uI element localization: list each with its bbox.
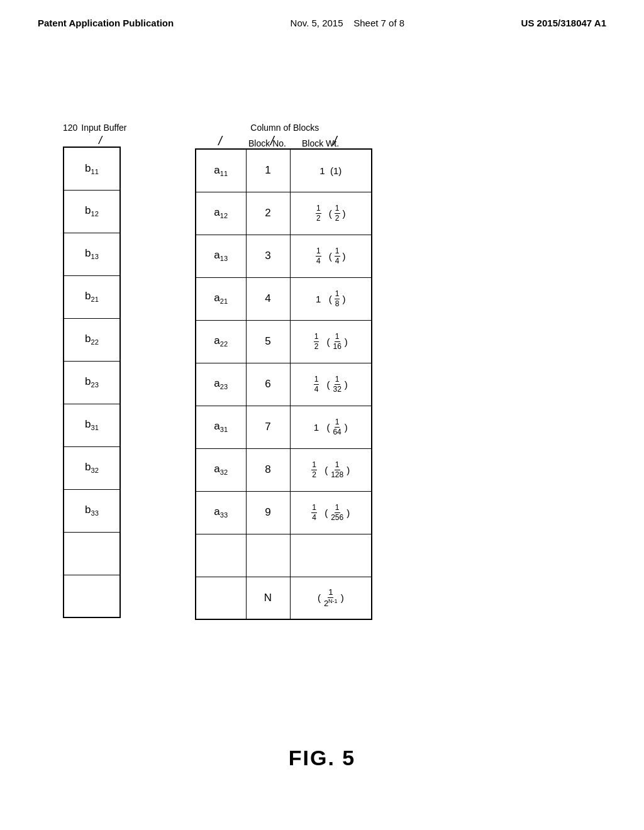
blockno-slash: /: [270, 134, 274, 148]
cell-b31: b31: [64, 404, 120, 446]
cell-wt-5: 12 ( 116 ): [290, 320, 372, 363]
block-no-label: Block No.: [245, 138, 289, 148]
cell-wt-2: 12 ( 12 ): [290, 192, 372, 235]
table-row: b22: [64, 318, 120, 361]
table-row: b31: [64, 404, 120, 446]
cell-blockno-8: 8: [246, 448, 290, 491]
cell-blockno-4: 4: [246, 277, 290, 320]
cell-a11: a11: [196, 149, 246, 192]
cell-blockno-1: 1: [246, 149, 290, 192]
col-blocks-title: Column of Blocks: [195, 123, 375, 133]
cell-a22: a22: [196, 320, 246, 363]
table-row: [64, 532, 120, 575]
cell-wt-9: 14 ( 1256 ): [290, 491, 372, 534]
cell-a-last: [196, 577, 246, 619]
cell-blockno-6: 6: [246, 363, 290, 406]
cell-wt-N: ( 1 2N-1 ): [290, 577, 372, 619]
cell-b22: b22: [64, 318, 120, 361]
cell-b11: b11: [64, 147, 120, 190]
cell-wt-8: 12 ( 1128 ): [290, 448, 372, 491]
cell-empty2: [64, 575, 120, 617]
cell-wt-6: 14 ( 132 ): [290, 363, 372, 406]
header-center: Nov. 5, 2015 Sheet 7 of 8: [291, 18, 405, 28]
cell-b32: b32: [64, 446, 120, 489]
input-buffer-label: 120 Input Buffer: [63, 123, 127, 133]
cell-a13: a13: [196, 235, 246, 277]
table-row: a13 3 14 ( 14 ): [196, 235, 372, 277]
table-row: a32 8 12 ( 1128 ): [196, 448, 372, 491]
table-row: b12: [64, 190, 120, 233]
table-row: [196, 534, 372, 577]
cell-empty-a: [196, 534, 246, 577]
table-row: b33: [64, 489, 120, 532]
table-row: a31 7 1 ( 164 ): [196, 406, 372, 448]
cell-b12: b12: [64, 190, 120, 233]
cell-blockno-2: 2: [246, 192, 290, 235]
page-header: Patent Application Publication Nov. 5, 2…: [0, 0, 644, 35]
ref-number: 120: [63, 123, 77, 133]
cell-a32: a32: [196, 448, 246, 491]
header-left: Patent Application Publication: [38, 18, 174, 28]
cell-a21: a21: [196, 277, 246, 320]
blocks-table: a11 1 1 (1) a12 2 12 ( 12: [195, 148, 372, 620]
blockwt-slash: /: [333, 134, 337, 148]
cell-empty-b: [246, 534, 290, 577]
table-row: b21: [64, 275, 120, 318]
cell-blockno-N: N: [246, 577, 290, 619]
cell-b33: b33: [64, 489, 120, 532]
table-row: N ( 1 2N-1 ): [196, 577, 372, 619]
col1-slash: /: [218, 134, 222, 148]
table-row: a33 9 14 ( 1256 ): [196, 491, 372, 534]
table-row: a11 1 1 (1): [196, 149, 372, 192]
table-row: a21 4 1 ( 18 ): [196, 277, 372, 320]
cell-blockno-7: 7: [246, 406, 290, 448]
cell-wt-3: 14 ( 14 ): [290, 235, 372, 277]
col-subheaders: / Block No. / Block Wt. /: [195, 134, 375, 148]
ib-slash: /: [99, 134, 102, 147]
block-wt-label: Block Wt.: [289, 138, 371, 148]
input-buffer-table: b11 b12 b13 b21 b22 b23 b31 b32: [63, 147, 121, 618]
table-row: a22 5 12 ( 116 ): [196, 320, 372, 363]
cell-a31: a31: [196, 406, 246, 448]
table-row: [64, 575, 120, 617]
cell-blockno-9: 9: [246, 491, 290, 534]
ib-label-text: Input Buffer: [81, 123, 126, 133]
cell-a33: a33: [196, 491, 246, 534]
cell-empty1: [64, 532, 120, 575]
cell-empty-c: [290, 534, 372, 577]
figure-caption: FIG. 5: [289, 746, 355, 770]
cell-a12: a12: [196, 192, 246, 235]
table-row: a23 6 14 ( 132 ): [196, 363, 372, 406]
cell-b23: b23: [64, 361, 120, 404]
cell-wt-4: 1 ( 18 ): [290, 277, 372, 320]
cell-wt-1: 1 (1): [290, 149, 372, 192]
table-row: b32: [64, 446, 120, 489]
table-row: b11: [64, 147, 120, 190]
column-of-blocks-section: Column of Blocks / Block No. / Block Wt.…: [195, 123, 375, 620]
table-row: b23: [64, 361, 120, 404]
table-row: b13: [64, 233, 120, 275]
cell-b21: b21: [64, 275, 120, 318]
cell-wt-7: 1 ( 164 ): [290, 406, 372, 448]
cell-blockno-5: 5: [246, 320, 290, 363]
header-right: US 2015/318047 A1: [521, 18, 606, 28]
cell-b13: b13: [64, 233, 120, 275]
cell-blockno-3: 3: [246, 235, 290, 277]
table-row: a12 2 12 ( 12 ): [196, 192, 372, 235]
cell-a23: a23: [196, 363, 246, 406]
